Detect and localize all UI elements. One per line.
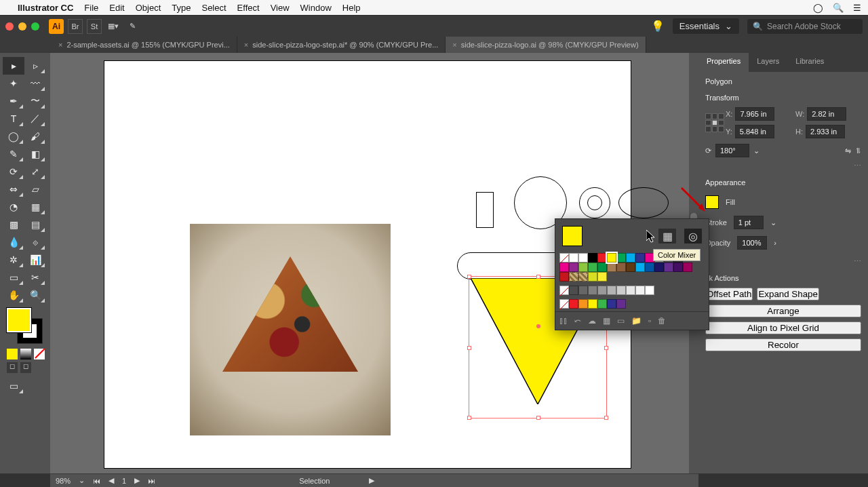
swatch-cell[interactable] [607, 262, 616, 272]
ellipse-tool[interactable]: ◯ [3, 128, 24, 145]
rotate-input[interactable] [715, 144, 749, 157]
hand-tool[interactable]: ✋ [3, 286, 24, 304]
swatch-cell[interactable] [559, 253, 569, 262]
solid-color-icon[interactable] [7, 349, 18, 359]
swatch-cell[interactable] [559, 272, 569, 281]
screen-mode-tool[interactable]: ▭ [3, 377, 24, 395]
arrange-button[interactable]: Arrange [705, 305, 861, 317]
menu-edit[interactable]: Edit [109, 3, 124, 13]
stock-search-input[interactable]: 🔍 Search Adobe Stock [747, 19, 863, 34]
resize-handle[interactable] [536, 275, 540, 279]
swatch-cell[interactable] [597, 272, 607, 281]
mesh-tool[interactable]: ▩ [3, 216, 24, 233]
free-transform-tool[interactable]: ▱ [24, 180, 46, 198]
swatch-cell[interactable] [578, 253, 588, 262]
draw-normal-icon[interactable]: ◻ [7, 362, 18, 373]
zoom-dropdown-icon[interactable]: ⌄ [79, 476, 85, 485]
shape-builder-tool[interactable]: ◔ [3, 198, 24, 216]
lasso-tool[interactable]: 〰 [24, 75, 46, 92]
slice-tool[interactable]: ✂ [24, 269, 46, 286]
align-pixel-button[interactable]: Align to Pixel Grid [705, 322, 861, 334]
swatch-cell[interactable] [569, 262, 578, 272]
swatch-cell[interactable] [664, 262, 673, 272]
nav-last-icon[interactable]: ⏭ [148, 477, 155, 485]
recent-icon[interactable]: ✎ [125, 19, 140, 34]
swatch-cell[interactable] [569, 299, 578, 309]
selection-tool[interactable]: ▸ [3, 57, 24, 75]
nav-prev-icon[interactable]: ◀ [108, 476, 114, 485]
swatch-cell[interactable] [616, 253, 626, 262]
bridge-icon[interactable]: Br [68, 19, 83, 34]
swatch-cell[interactable] [578, 286, 588, 295]
resize-handle[interactable] [467, 416, 471, 420]
menu-file[interactable]: File [84, 3, 98, 13]
graph-tool[interactable]: 📊 [24, 251, 46, 269]
shaper-tool[interactable]: ✎ [3, 145, 24, 163]
shape-ring-inner[interactable] [587, 195, 602, 210]
opacity-expand-icon[interactable]: › [774, 239, 776, 247]
resize-handle[interactable] [467, 275, 471, 279]
stock-icon[interactable]: St [87, 19, 102, 34]
swatch-library-icon[interactable]: ⫿⫿ [559, 316, 568, 326]
swatch-cell[interactable] [607, 253, 616, 262]
swatch-cell[interactable] [626, 253, 635, 262]
flip-v-icon[interactable]: ⥮ [855, 147, 861, 155]
current-swatch[interactable] [562, 226, 583, 246]
close-tab-icon[interactable]: × [452, 41, 456, 49]
swatch-cell[interactable] [559, 299, 569, 309]
swatch-cell[interactable] [597, 299, 607, 309]
type-tool[interactable]: T [3, 110, 24, 128]
stroke-dropdown-icon[interactable]: ⌄ [770, 218, 776, 227]
swatch-cell[interactable] [616, 262, 626, 272]
transform-x-input[interactable] [735, 107, 774, 121]
more-options-icon[interactable]: ⋯ [705, 161, 861, 170]
placed-image[interactable] [190, 224, 391, 435]
perspective-tool[interactable]: ▦ [24, 198, 46, 216]
zoom-tool[interactable]: 🔍 [24, 286, 46, 304]
flip-h-icon[interactable]: ⇋ [845, 147, 851, 155]
none-color-icon[interactable] [34, 349, 45, 359]
menu-select[interactable]: Select [201, 3, 226, 13]
menu-help[interactable]: Help [342, 3, 361, 13]
status-expand-icon[interactable]: ▶ [369, 476, 374, 485]
resize-handle[interactable] [467, 346, 471, 350]
swatch-cell[interactable] [635, 262, 645, 272]
eyedropper-tool[interactable]: 💧 [3, 233, 24, 251]
gradient-icon[interactable] [20, 349, 31, 359]
shape-rectangle[interactable] [476, 192, 494, 228]
swatch-cell[interactable] [616, 286, 626, 295]
app-name[interactable]: Illustrator CC [18, 3, 73, 13]
transform-w-input[interactable] [807, 107, 846, 121]
swatch-cell[interactable] [645, 286, 654, 295]
line-tool[interactable]: ／ [24, 110, 46, 128]
swatch-cell[interactable] [588, 299, 597, 309]
menu-object[interactable]: Object [136, 3, 161, 13]
zoom-level[interactable]: 98% [56, 477, 71, 485]
swatch-cell[interactable] [597, 253, 607, 262]
workspace-dropdown[interactable]: Essentials ⌄ [673, 18, 739, 34]
close-tab-icon[interactable]: × [244, 41, 248, 49]
rotate-tool[interactable]: ⟳ [3, 163, 24, 180]
swatch-cell[interactable] [607, 286, 616, 295]
offset-path-button[interactable]: Offset Path [705, 288, 753, 300]
recolor-button[interactable]: Recolor [705, 338, 861, 351]
fill-stroke-swatch[interactable] [7, 308, 42, 343]
swatch-cell[interactable] [654, 262, 664, 272]
menu-effect[interactable]: Effect [237, 3, 260, 13]
new-swatch-icon[interactable]: ▫ [648, 316, 651, 326]
tab-libraries[interactable]: Libraries [787, 53, 832, 72]
swatch-link-icon[interactable]: ☁ [588, 316, 596, 326]
transform-h-input[interactable] [806, 125, 845, 138]
symbol-sprayer-tool[interactable]: ✲ [3, 251, 24, 269]
tab-layers[interactable]: Layers [749, 53, 787, 72]
doc-tab[interactable]: ×side-slice-pizza-logo.ai @ 98% (CMYK/GP… [446, 37, 646, 53]
eraser-tool[interactable]: ◧ [24, 145, 46, 163]
swatch-cell[interactable] [626, 262, 635, 272]
paintbrush-tool[interactable]: 🖌 [24, 128, 46, 145]
swatch-cell[interactable] [578, 272, 588, 281]
resize-handle[interactable] [604, 346, 608, 350]
swatch-cell[interactable] [626, 286, 635, 295]
swatch-cell[interactable] [607, 299, 616, 309]
swatch-menu-icon[interactable]: ⤺ [574, 316, 581, 326]
transform-origin-widget[interactable] [705, 113, 724, 132]
